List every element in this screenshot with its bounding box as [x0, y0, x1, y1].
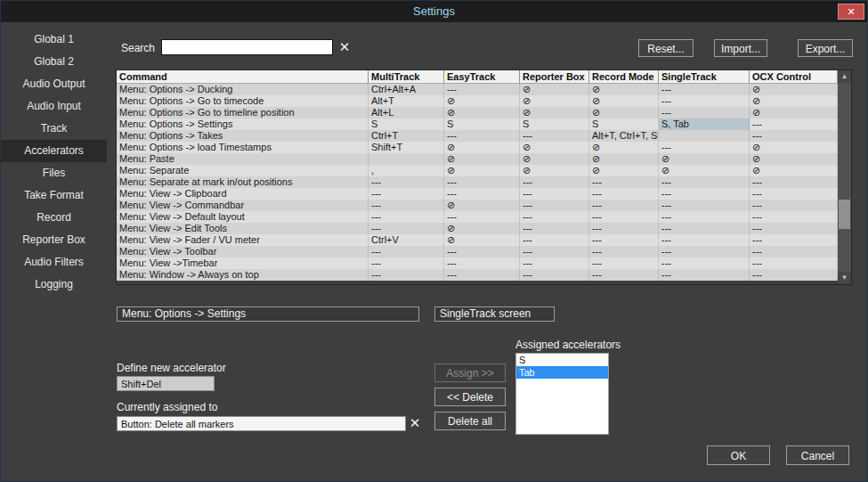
scroll-down-icon[interactable]: ▼ — [838, 272, 851, 284]
accelerator-cell[interactable]: --- — [659, 142, 750, 153]
vertical-scrollbar[interactable]: ▲ ▼ — [838, 70, 851, 284]
accelerator-cell[interactable]: --- — [750, 118, 838, 130]
accelerator-cell[interactable]: --- — [750, 234, 838, 246]
column-header[interactable]: Command — [117, 70, 369, 84]
accelerator-cell[interactable]: --- — [659, 188, 750, 200]
accelerator-cell[interactable]: --- — [369, 269, 444, 281]
table-row[interactable]: Menu: Options -> Go to timeline position… — [117, 107, 838, 118]
accelerator-cell[interactable]: --- — [520, 234, 589, 246]
accelerator-cell[interactable]: --- — [750, 188, 838, 200]
accelerator-cell[interactable]: --- — [369, 176, 444, 188]
accelerator-cell[interactable]: ⊘ — [444, 223, 520, 234]
command-cell[interactable]: Menu: View -> Clipboard — [117, 188, 369, 200]
sidebar-item-logging[interactable]: Logging — [1, 274, 107, 296]
sidebar-item-reporter-box[interactable]: Reporter Box — [1, 229, 107, 251]
command-cell[interactable]: Menu: View -> Default layout — [117, 211, 369, 223]
accelerator-cell[interactable]: --- — [444, 246, 520, 257]
command-cell[interactable]: Menu: Options -> Settings — [117, 118, 369, 130]
accelerator-cell[interactable]: --- — [520, 246, 589, 257]
accelerator-cell[interactable]: --- — [444, 130, 520, 142]
table-row[interactable]: Menu: Options -> TakesCtrl+T------Alt+T,… — [117, 130, 838, 142]
accelerator-cell[interactable]: S, Tab — [659, 118, 750, 130]
accelerator-cell[interactable]: --- — [589, 246, 659, 257]
accelerator-cell[interactable]: ⊘ — [589, 95, 659, 107]
accelerator-cell[interactable]: ⊘ — [444, 165, 520, 176]
accelerator-cell[interactable]: --- — [444, 84, 520, 95]
column-header[interactable]: Reporter Box — [520, 70, 589, 84]
accelerator-cell[interactable] — [369, 153, 444, 165]
assign-button[interactable]: Assign >> — [434, 364, 506, 382]
accelerator-cell[interactable]: Alt+T — [369, 95, 444, 107]
table-row[interactable]: Menu: Window -> Always on top-----------… — [117, 269, 838, 281]
accelerator-cell[interactable]: ⊘ — [444, 200, 520, 211]
accelerator-cell[interactable]: ⊘ — [520, 84, 589, 95]
accelerator-cell[interactable]: --- — [659, 107, 750, 118]
accelerator-cell[interactable]: --- — [520, 269, 589, 281]
sidebar-item-global-1[interactable]: Global 1 — [1, 29, 107, 51]
sidebar-item-audio-filters[interactable]: Audio Filters — [1, 251, 107, 274]
table-row[interactable]: Menu: Paste⊘⊘⊘⊘⊘ — [117, 153, 838, 165]
accelerator-cell[interactable]: --- — [589, 257, 659, 269]
reset-button[interactable]: Reset... — [638, 39, 694, 57]
assigned-listbox[interactable]: STab — [515, 353, 609, 435]
search-input[interactable] — [161, 39, 333, 55]
accelerator-cell[interactable]: ⊘ — [589, 142, 659, 153]
accelerator-cell[interactable]: --- — [444, 257, 520, 269]
accelerator-cell[interactable]: ⊘ — [750, 95, 838, 107]
table-row[interactable]: Menu: View -> Clipboard-----------------… — [117, 188, 838, 200]
accelerator-cell[interactable]: --- — [750, 246, 838, 257]
command-cell[interactable]: Menu: Options -> Ducking — [117, 84, 369, 95]
accelerator-cell[interactable]: ⊘ — [444, 95, 520, 107]
table-row[interactable]: Menu: Options -> Go to timecodeAlt+T⊘⊘⊘-… — [117, 95, 838, 107]
sidebar-item-files[interactable]: Files — [1, 162, 107, 184]
accelerator-cell[interactable]: ⊘ — [589, 165, 659, 176]
table-row[interactable]: Menu: Separate,⊘⊘⊘⊘⊘ — [117, 165, 838, 176]
accelerator-cell[interactable]: --- — [589, 176, 659, 188]
table-row[interactable]: Menu: View -> Edit Tools---⊘------------ — [117, 223, 838, 234]
sidebar-item-global-2[interactable]: Global 2 — [1, 51, 107, 73]
table-row[interactable]: Menu: View -> Default layout------------… — [117, 211, 838, 223]
accelerator-cell[interactable]: --- — [369, 188, 444, 200]
accelerator-cell[interactable]: --- — [520, 200, 589, 211]
accelerator-cell[interactable]: ⊘ — [750, 142, 838, 153]
ok-button[interactable]: OK — [707, 445, 770, 465]
accelerator-cell[interactable]: --- — [520, 223, 589, 234]
accelerator-cell[interactable]: ⊘ — [520, 153, 589, 165]
accelerator-cell[interactable]: ⊘ — [659, 165, 750, 176]
command-cell[interactable]: Menu: View -> Toolbar — [117, 246, 369, 257]
accelerator-cell[interactable]: S — [520, 118, 589, 130]
close-button[interactable]: ✕ — [838, 4, 864, 20]
accelerator-cell[interactable]: ⊘ — [589, 107, 659, 118]
accelerator-cell[interactable]: --- — [589, 269, 659, 281]
accelerator-cell[interactable]: Ctrl+V — [369, 234, 444, 246]
command-cell[interactable]: Menu: View ->Timebar — [117, 257, 369, 269]
accelerator-cell[interactable]: ⊘ — [444, 234, 520, 246]
table-row[interactable]: Menu: View -> Commandbar---⊘------------ — [117, 200, 838, 211]
delete-accelerator-button[interactable]: << Delete — [434, 388, 506, 406]
column-header[interactable]: SingleTrack — [659, 70, 750, 84]
accelerator-cell[interactable]: Alt+L — [369, 107, 444, 118]
accelerator-cell[interactable]: --- — [520, 211, 589, 223]
table-row[interactable]: Menu: View -> Fader / VU meterCtrl+V⊘---… — [117, 234, 838, 246]
table-row[interactable]: Menu: View ->Timebar------------------ — [117, 257, 838, 269]
accelerator-cell[interactable]: --- — [369, 200, 444, 211]
accelerator-cell[interactable]: ⊘ — [589, 84, 659, 95]
accelerator-cell[interactable]: --- — [659, 200, 750, 211]
accelerator-cell[interactable]: --- — [659, 223, 750, 234]
accelerator-cell[interactable]: --- — [520, 176, 589, 188]
search-clear-icon[interactable]: ✕ — [337, 39, 353, 55]
accelerator-cell[interactable]: --- — [369, 257, 444, 269]
command-cell[interactable]: Menu: View -> Edit Tools — [117, 223, 369, 234]
import-button[interactable]: Import... — [714, 39, 767, 57]
accelerator-cell[interactable]: --- — [750, 257, 838, 269]
cancel-button[interactable]: Cancel — [786, 445, 849, 465]
accelerator-cell[interactable]: --- — [520, 257, 589, 269]
accelerator-cell[interactable]: --- — [659, 176, 750, 188]
accelerator-cell[interactable]: --- — [659, 211, 750, 223]
accelerator-cell[interactable]: ⊘ — [750, 107, 838, 118]
column-header[interactable]: EasyTrack — [444, 70, 520, 84]
accelerator-cell[interactable]: --- — [589, 223, 659, 234]
accelerator-cell[interactable]: Alt+T, Ctrl+T, Shift+T — [589, 130, 659, 142]
delete-all-button[interactable]: Delete all — [434, 412, 506, 430]
accelerator-cell[interactable]: --- — [589, 200, 659, 211]
